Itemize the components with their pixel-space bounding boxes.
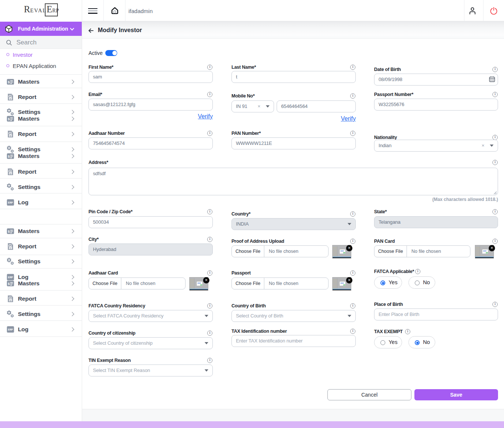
svg-text:ERP: ERP — [8, 276, 13, 279]
svg-text:$: $ — [8, 155, 10, 158]
svg-text:$: $ — [8, 282, 10, 286]
svg-text:$: $ — [8, 117, 10, 121]
svg-text:ERP: ERP — [8, 201, 13, 204]
svg-text:$: $ — [8, 80, 10, 84]
svg-text:$: $ — [8, 230, 10, 233]
svg-text:ERP: ERP — [8, 328, 13, 331]
